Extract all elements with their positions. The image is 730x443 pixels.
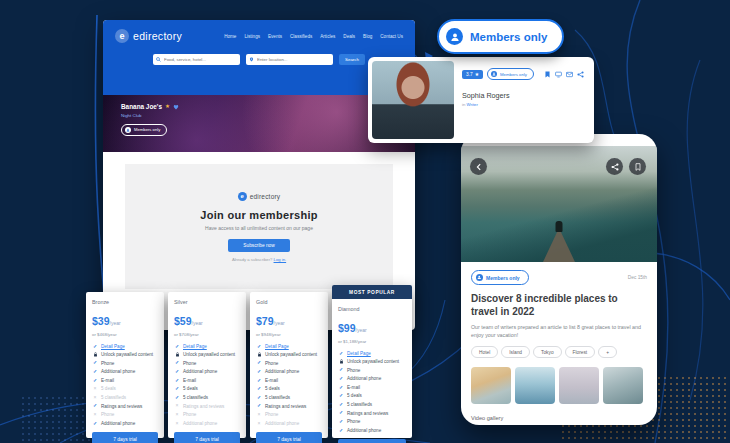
nav-item[interactable]: Deals xyxy=(343,34,355,39)
feature-row: ✓ × Detail Page xyxy=(92,344,158,350)
listing-category-link[interactable]: Night Club xyxy=(121,113,179,118)
plan-name: Diamond xyxy=(338,306,406,312)
feature-label: Phone xyxy=(101,361,114,366)
location-search-input[interactable] xyxy=(246,54,333,65)
profile-card: 3.7★ Members only Sophia Rogers in Write… xyxy=(368,57,594,143)
check-icon: ✓ xyxy=(338,428,344,434)
tag-pill[interactable]: Florest xyxy=(565,346,596,358)
feature-label: Phone xyxy=(265,412,278,417)
feature-row: ✓ × Additional phone xyxy=(338,428,406,434)
check-icon: ✓ xyxy=(92,421,98,427)
person-icon xyxy=(446,28,463,45)
bookmark-icon[interactable] xyxy=(544,71,551,78)
photo-thumbnail[interactable] xyxy=(559,367,599,404)
trial-button[interactable]: 7 days trial xyxy=(92,432,158,443)
feature-label: Ratings and reviews xyxy=(347,411,388,416)
trial-button[interactable]: 7 days trial xyxy=(338,439,406,443)
trial-button[interactable]: 7 days trial xyxy=(174,432,240,443)
rating-badge: 3.7★ xyxy=(462,70,483,79)
feature-label: Additional phone xyxy=(183,369,217,374)
article-title: Discover 8 incredible places to travel i… xyxy=(471,292,647,318)
nav-item[interactable]: Blog xyxy=(363,34,372,39)
check-icon: ✓ xyxy=(338,351,344,357)
photo-thumbnail[interactable] xyxy=(471,367,511,404)
feature-row: ✓ × Phone xyxy=(338,367,406,373)
check-icon: ✓ xyxy=(256,386,262,392)
main-nav: HomeListingsEventsClassifiedsArticlesDea… xyxy=(224,34,403,39)
edirectory-logo-icon: e xyxy=(238,192,247,201)
check-icon: ✓ xyxy=(256,378,262,384)
photo-thumbnail[interactable] xyxy=(603,367,643,404)
tag-pill[interactable]: + xyxy=(598,346,617,358)
edirectory-wordmark: edirectory xyxy=(250,193,281,200)
share-button[interactable] xyxy=(606,158,623,175)
nav-item[interactable]: Listings xyxy=(244,34,260,39)
feature-label: E-mail xyxy=(347,385,360,390)
nav-item[interactable]: Home xyxy=(224,34,236,39)
feature-row: ✓ × Additional phone xyxy=(92,369,158,375)
feature-label: 5 classifieds xyxy=(265,395,290,400)
feature-row: ✓ × Ratings and reviews xyxy=(338,410,406,416)
plan-period: /year xyxy=(192,320,203,326)
feature-label: Additional phone xyxy=(183,421,217,426)
share-icon xyxy=(611,163,619,171)
nav-item[interactable]: Classifieds xyxy=(290,34,312,39)
plan-period: /year xyxy=(110,320,121,326)
feature-label: 5 classifieds xyxy=(183,395,208,400)
photo-thumbnail[interactable] xyxy=(515,367,555,404)
plan-price: $79 xyxy=(256,315,274,327)
video-gallery-label: Video gallery xyxy=(471,415,647,421)
back-button[interactable] xyxy=(470,158,487,175)
members-only-pill[interactable]: Members only xyxy=(487,68,534,80)
feature-label: Phone xyxy=(183,412,196,417)
trial-button[interactable]: 7 days trial xyxy=(256,432,322,443)
feature-row: ✓ × Ratings and reviews xyxy=(92,403,158,409)
members-only-pill[interactable]: Members only xyxy=(471,270,529,285)
subscribe-now-button[interactable]: Subscribe now xyxy=(228,239,289,252)
share-icon[interactable] xyxy=(577,71,584,78)
monitor-icon[interactable] xyxy=(555,71,562,78)
check-icon: ✓ xyxy=(92,378,98,384)
check-icon: ✓ xyxy=(338,410,344,416)
listing-title[interactable]: Banana Joe's xyxy=(121,103,162,110)
tag-pill[interactable]: Island xyxy=(501,346,530,358)
feature-label: 5 deals xyxy=(347,393,362,398)
feature-row: ✓ × Phone xyxy=(338,419,406,425)
back-arrow-icon xyxy=(475,163,483,171)
check-icon: ✓ xyxy=(256,360,262,366)
feature-row: ✓ × Phone xyxy=(174,412,240,418)
pricing-card-silver: Silver $59/year or $708/year ✓ × Detail … xyxy=(168,292,246,438)
members-only-label: Members only xyxy=(470,31,547,43)
feature-list: ✓ × Detail Page ✓ × Unlock paywalled con… xyxy=(256,344,322,427)
check-icon: ✓ xyxy=(338,419,344,425)
edirectory-logo[interactable]: edirectory xyxy=(133,30,182,42)
login-link[interactable]: Log in. xyxy=(274,257,287,262)
feature-label: Additional phone xyxy=(101,421,135,426)
feature-list: ✓ × Detail Page ✓ × Unlock paywalled con… xyxy=(338,351,406,434)
nav-item[interactable]: Events xyxy=(268,34,282,39)
keyword-search-input[interactable] xyxy=(153,54,240,65)
role-link[interactable]: Writer xyxy=(467,102,478,107)
search-button[interactable]: Search xyxy=(339,54,365,65)
feature-label: 5 deals xyxy=(101,386,116,391)
feature-label: Detail Page xyxy=(347,351,371,356)
feature-label: E-mail xyxy=(183,378,196,383)
check-icon: ✓ xyxy=(92,344,98,350)
mail-icon[interactable] xyxy=(566,71,573,78)
feature-label: Detail Page xyxy=(183,344,207,349)
members-only-badge[interactable]: Members only xyxy=(437,19,564,54)
cross-icon: × xyxy=(92,386,98,392)
tag-pill[interactable]: Tokyo xyxy=(533,346,562,358)
feature-row: ✓ × Phone xyxy=(92,412,158,418)
feature-label: Additional phone xyxy=(347,428,381,433)
feature-row: ✓ × Additional phone xyxy=(256,369,322,375)
bookmark-button[interactable] xyxy=(629,158,646,175)
tag-pill[interactable]: Hotel xyxy=(471,346,498,358)
plan-price: $99 xyxy=(338,322,356,334)
star-icon: ★ xyxy=(165,104,170,110)
nav-item[interactable]: Contact Us xyxy=(380,34,403,39)
members-only-pill[interactable]: Members only xyxy=(121,124,167,136)
nav-item[interactable]: Articles xyxy=(320,34,335,39)
feature-label: Unlock paywalled content xyxy=(101,352,153,357)
check-icon: ✓ xyxy=(174,386,180,392)
